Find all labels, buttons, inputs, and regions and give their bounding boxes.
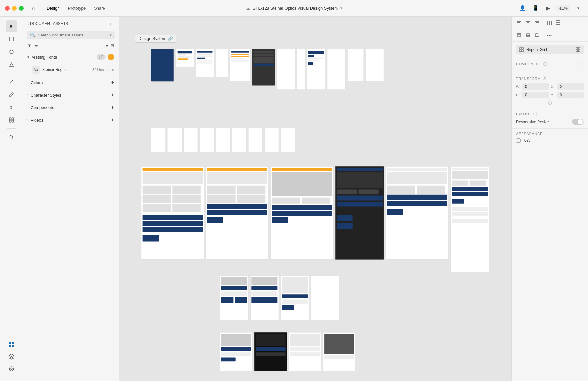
- grid-icon[interactable]: ⊞: [111, 43, 114, 48]
- phone-frame-6[interactable]: [232, 128, 246, 152]
- toggle-knob: [578, 119, 583, 124]
- layers-icon[interactable]: [6, 351, 17, 362]
- export-button[interactable]: ↑: [106, 20, 114, 28]
- mobile-preview-icon[interactable]: 📱: [531, 4, 540, 13]
- svg-rect-133: [282, 277, 308, 293]
- select-tool[interactable]: [6, 20, 17, 32]
- filter-icon[interactable]: ▼: [27, 43, 32, 48]
- design-system-label[interactable]: Design System 🔗: [135, 35, 176, 43]
- zoom-indicator[interactable]: 4.1%: [556, 5, 570, 11]
- phone-frame-1[interactable]: [151, 128, 165, 152]
- text-tool[interactable]: T: [6, 101, 17, 113]
- frame-10[interactable]: [327, 49, 345, 90]
- components-add-icon[interactable]: +: [111, 105, 114, 110]
- videos-header[interactable]: › Videos +: [23, 114, 119, 126]
- plugins-icon[interactable]: [6, 363, 17, 375]
- character-styles-section: › Character Styles +: [23, 89, 119, 101]
- character-styles-header[interactable]: › Character Styles +: [23, 89, 119, 101]
- link-icon[interactable]: 🔗: [168, 36, 173, 41]
- transform-info-icon[interactable]: ⓘ: [543, 76, 546, 81]
- distribute-h-icon[interactable]: [546, 19, 553, 26]
- fullscreen-button[interactable]: [19, 6, 24, 11]
- tab-prototype[interactable]: Prototype: [64, 4, 89, 12]
- user-icon[interactable]: 👤: [518, 4, 527, 13]
- svg-rect-89: [302, 198, 330, 204]
- svg-rect-181: [522, 50, 523, 52]
- phone-frame-5[interactable]: [216, 128, 230, 152]
- colors-header[interactable]: › Colors +: [23, 76, 119, 89]
- canvas-area[interactable]: Design System 🔗: [119, 17, 511, 381]
- back-button[interactable]: ‹ DOCUMENT ASSETS: [27, 21, 68, 26]
- toolbar-separator-2: [543, 32, 543, 38]
- svg-rect-118: [452, 207, 488, 211]
- videos-label: Videos: [31, 118, 109, 123]
- phone-frame-8[interactable]: [265, 128, 279, 152]
- svg-rect-27: [197, 58, 205, 59]
- align-right-icon[interactable]: [533, 19, 540, 26]
- width-value[interactable]: 0: [522, 83, 549, 90]
- height-value[interactable]: 0: [522, 92, 549, 98]
- responsive-resize-toggle[interactable]: [572, 119, 584, 125]
- align-vcenter-icon[interactable]: [524, 32, 531, 39]
- components-header[interactable]: › Components +: [23, 101, 119, 114]
- svg-rect-107: [387, 195, 447, 200]
- component-info-icon[interactable]: ⓘ: [543, 62, 547, 67]
- home-button[interactable]: ⌂: [29, 4, 38, 13]
- phone-frame-9[interactable]: [281, 128, 295, 152]
- phone-frame-4[interactable]: [200, 128, 214, 152]
- play-icon[interactable]: ▶: [544, 4, 553, 13]
- repeat-grid-button[interactable]: Repeat Grid: [516, 45, 584, 54]
- align-top-icon[interactable]: [515, 32, 522, 39]
- frame-12[interactable]: [366, 49, 384, 81]
- phone-frame-3[interactable]: [184, 128, 198, 152]
- rectangle-tool[interactable]: [6, 33, 17, 45]
- colors-add-icon[interactable]: +: [111, 80, 114, 85]
- component-tool[interactable]: [6, 114, 17, 126]
- svg-rect-41: [254, 64, 274, 66]
- component-add-icon[interactable]: +: [580, 61, 584, 67]
- opacity-value[interactable]: 0%: [524, 138, 530, 143]
- bottom-frame-4[interactable]: [311, 276, 339, 320]
- left-toolbar: T: [0, 17, 23, 381]
- lock-ratio-icon[interactable]: [516, 100, 584, 105]
- missing-fonts-header[interactable]: ▾ Missing Fonts (1) !: [23, 51, 119, 63]
- layout-info-icon[interactable]: ⓘ: [533, 111, 537, 116]
- tab-share[interactable]: Share: [90, 4, 109, 12]
- close-button[interactable]: [5, 6, 10, 11]
- triangle-tool[interactable]: [6, 59, 17, 70]
- opacity-checkbox[interactable]: [516, 138, 521, 143]
- align-bottom-icon[interactable]: [533, 32, 540, 39]
- frame-7[interactable]: [277, 49, 295, 90]
- videos-add-icon[interactable]: +: [111, 117, 114, 123]
- x-value[interactable]: 0: [557, 83, 584, 90]
- svg-rect-98: [337, 195, 383, 200]
- frame-4[interactable]: [216, 49, 228, 77]
- list-icon[interactable]: ☰: [34, 43, 38, 48]
- character-styles-add-icon[interactable]: +: [111, 92, 114, 98]
- chevron-zoom-icon[interactable]: ▾: [574, 4, 583, 13]
- y-value[interactable]: 0: [557, 92, 584, 98]
- more-icon[interactable]: [546, 32, 553, 39]
- phone-frame-2[interactable]: [167, 128, 182, 152]
- pen-tool[interactable]: [6, 89, 17, 100]
- align-left-icon[interactable]: [515, 19, 522, 26]
- phone-frame-7[interactable]: [248, 128, 262, 152]
- search-input[interactable]: [38, 33, 107, 37]
- ellipse-tool[interactable]: [6, 46, 17, 58]
- sort-icon[interactable]: ≡: [105, 43, 108, 48]
- svg-rect-146: [256, 352, 286, 356]
- minimize-button[interactable]: [12, 6, 17, 11]
- align-center-icon[interactable]: [524, 19, 531, 26]
- zoom-tool[interactable]: [6, 131, 17, 143]
- tab-design[interactable]: Design: [43, 4, 63, 12]
- assets-icon[interactable]: [6, 339, 17, 350]
- svg-rect-77: [207, 172, 267, 184]
- chevron-down-icon[interactable]: ▾: [340, 6, 342, 10]
- svg-rect-184: [576, 50, 578, 52]
- frame-8[interactable]: [297, 49, 305, 90]
- search-chevron-icon[interactable]: ▾: [110, 33, 112, 37]
- frame-1[interactable]: [151, 49, 174, 81]
- distribute-v-icon[interactable]: [555, 19, 562, 26]
- line-tool[interactable]: [6, 76, 17, 87]
- frame-11[interactable]: [347, 49, 364, 81]
